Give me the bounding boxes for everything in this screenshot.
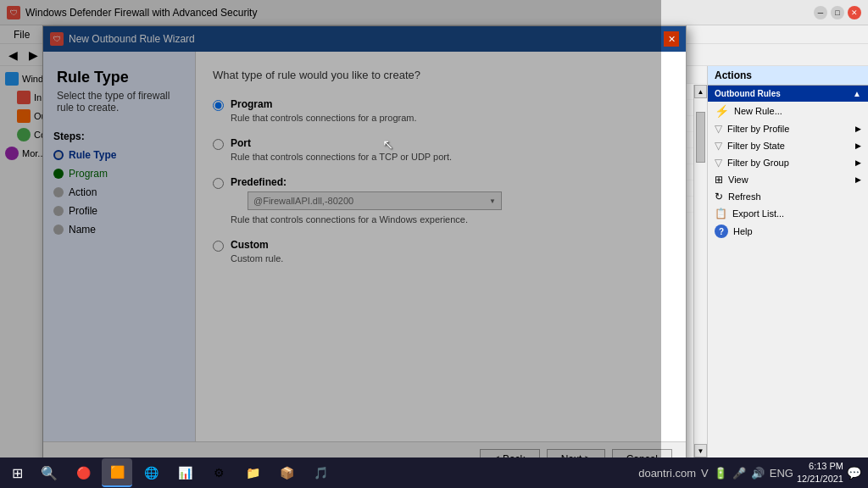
dialog-close-button[interactable]: ✕	[664, 31, 679, 47]
help-action[interactable]: ? Help	[708, 222, 868, 241]
taskbar-app-2[interactable]: 🟧	[102, 458, 132, 487]
domain-label: doantri.com	[638, 467, 696, 480]
vertical-scrollbar[interactable]: ▲ ▼	[693, 85, 707, 458]
right-panel: Actions Outbound Rules ▲ ⚡ New Rule... ▽…	[707, 66, 868, 458]
taskbar-right: doantri.com V 🔋 🎤 🔊 ENG 6:13 PM 12/21/20…	[638, 460, 868, 486]
notification-icon[interactable]: 💬	[847, 466, 861, 480]
clock-time: 6:13 PM	[797, 460, 843, 473]
export-icon: 📋	[715, 208, 727, 219]
view-icon: ⊞	[715, 174, 723, 186]
system-tray: doantri.com V 🔋 🎤 🔊 ENG	[638, 467, 793, 480]
outbound-rules-section[interactable]: Outbound Rules ▲	[708, 86, 868, 102]
taskbar-app-3[interactable]: 🌐	[136, 458, 166, 487]
maximize-button[interactable]: □	[831, 6, 844, 19]
vpn-icon: V	[701, 467, 709, 480]
filter-state-icon: ▽	[715, 140, 722, 152]
export-action[interactable]: 📋 Export List...	[708, 205, 868, 222]
taskbar-app-8[interactable]: 🎵	[305, 458, 336, 487]
lang-label: ENG	[770, 467, 793, 480]
taskbar-app-6[interactable]: 📁	[237, 458, 268, 487]
taskbar-app-7[interactable]: 📦	[271, 458, 302, 487]
volume-icon[interactable]: 🔊	[751, 467, 765, 480]
new-rule-label: New Rule...	[734, 106, 782, 116]
taskbar-apps: 🔴 🟧 🌐 📊 ⚙ 📁 📦 🎵	[64, 458, 339, 487]
refresh-action[interactable]: ↻ Refresh	[708, 188, 868, 205]
view-label: View	[728, 175, 748, 185]
minimize-button[interactable]: ─	[814, 6, 827, 19]
filter-profile-icon: ▽	[715, 123, 722, 135]
new-rule-icon: ⚡	[715, 104, 729, 118]
taskbar-app-4[interactable]: 📊	[170, 458, 200, 487]
close-button[interactable]: ✕	[848, 6, 861, 19]
scroll-thumb[interactable]	[696, 112, 705, 163]
view-action[interactable]: ⊞ View ▶	[708, 171, 868, 188]
filter-profile-action[interactable]: ▽ Filter by Profile ▶	[708, 120, 868, 137]
filter-group-icon: ▽	[715, 157, 722, 169]
refresh-label: Refresh	[728, 191, 761, 202]
bg-window-controls: ─ □ ✕	[814, 6, 861, 19]
taskbar-time: 6:13 PM 12/21/2021	[797, 460, 843, 486]
taskbar-app-5[interactable]: ⚙	[203, 458, 234, 487]
refresh-icon: ↻	[715, 191, 723, 202]
taskbar-app-1[interactable]: 🔴	[68, 458, 98, 487]
filter-state-arrow: ▶	[855, 141, 861, 150]
scroll-down[interactable]: ▼	[694, 444, 707, 458]
start-button[interactable]: ⊞	[0, 458, 34, 488]
filter-state-label: Filter by State	[727, 141, 785, 151]
filter-state-action[interactable]: ▽ Filter by State ▶	[708, 137, 868, 154]
mic-icon: 🎤	[732, 467, 746, 480]
taskbar: ⊞ 🔍 🔴 🟧 🌐 📊 ⚙ 📁 📦 🎵 doantri.com V 🔋 🎤 🔊 …	[0, 458, 868, 488]
filter-group-label: Filter by Group	[727, 158, 789, 168]
right-panel-header: Actions	[708, 66, 868, 86]
filter-group-arrow: ▶	[855, 158, 861, 167]
help-icon: ?	[715, 225, 728, 238]
dialog-overlay	[0, 0, 661, 488]
battery-icon: 🔋	[714, 467, 727, 480]
outbound-rules-label: Outbound Rules	[715, 89, 781, 98]
scroll-up[interactable]: ▲	[694, 85, 707, 98]
export-label: Export List...	[732, 208, 784, 219]
filter-profile-arrow: ▶	[855, 125, 861, 133]
view-arrow: ▶	[855, 175, 861, 184]
outbound-rules-collapse[interactable]: ▲	[853, 89, 861, 98]
search-button[interactable]: 🔍	[34, 458, 64, 488]
filter-group-action[interactable]: ▽ Filter by Group ▶	[708, 154, 868, 171]
help-label: Help	[733, 226, 753, 236]
new-rule-action[interactable]: ⚡ New Rule...	[708, 102, 868, 120]
clock-date: 12/21/2021	[797, 473, 843, 485]
filter-profile-label: Filter by Profile	[727, 124, 789, 134]
